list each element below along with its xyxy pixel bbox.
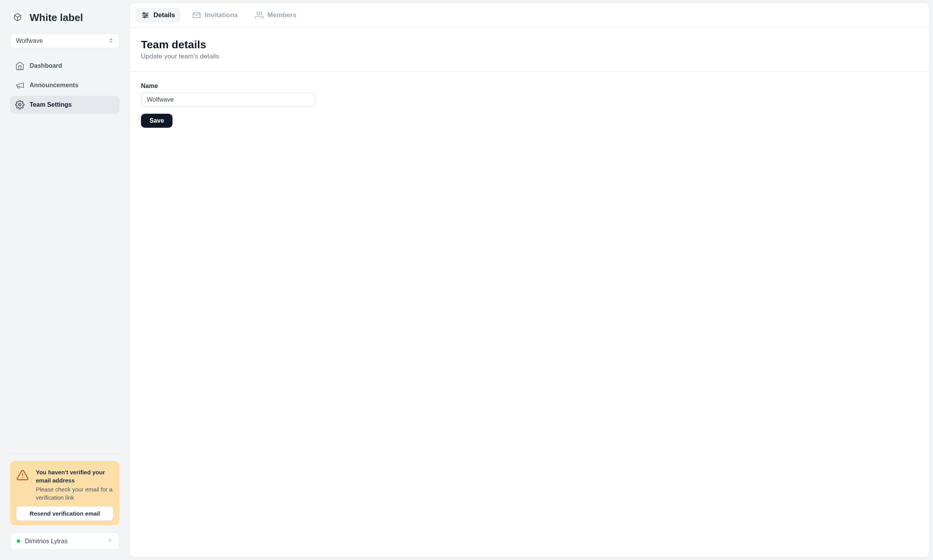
tab-bar: Details Invitations — [130, 3, 929, 28]
tab-details[interactable]: Details — [136, 8, 181, 23]
content-panel: Details Invitations — [130, 3, 929, 557]
tab-label: Members — [268, 11, 297, 19]
brand-title: White label — [30, 12, 83, 24]
svg-point-1 — [19, 104, 21, 106]
team-selector-label: Wolfwave — [16, 37, 43, 44]
team-name-input[interactable] — [141, 93, 315, 107]
brand-row: White label — [10, 10, 120, 25]
updown-chevron-icon — [108, 38, 114, 44]
sliders-icon — [141, 11, 150, 19]
svg-point-11 — [257, 12, 259, 15]
team-selector[interactable]: Wolfwave — [10, 33, 120, 48]
save-button[interactable]: Save — [141, 114, 173, 128]
tab-label: Details — [153, 11, 175, 19]
sidebar-item-team-settings[interactable]: Team Settings — [10, 96, 120, 114]
page-subtitle: Update your team's details — [141, 53, 918, 60]
name-label: Name — [141, 83, 918, 90]
sidebar-item-label: Announcements — [30, 82, 78, 89]
alert-heading: You haven't verified your email address — [36, 468, 113, 484]
tab-members[interactable]: Members — [250, 8, 302, 23]
alert-text: Please check your email for a verificati… — [36, 485, 113, 502]
megaphone-icon — [15, 80, 25, 90]
sidebar-item-label: Team Settings — [30, 101, 72, 108]
gear-icon — [15, 100, 25, 110]
sidebar-divider — [10, 454, 120, 454]
tab-label: Invitations — [205, 11, 238, 19]
warning-triangle-icon — [16, 469, 30, 482]
sidebar-item-label: Dashboard — [30, 62, 62, 69]
envelope-icon — [192, 11, 201, 19]
tab-invitations[interactable]: Invitations — [187, 8, 243, 23]
online-status-dot — [17, 539, 20, 543]
verify-email-alert: You haven't verified your email address … — [10, 461, 120, 525]
brand-logo — [10, 10, 25, 25]
svg-point-7 — [146, 14, 148, 16]
sidebar: White label Wolfwave Dashboard — [0, 0, 130, 560]
page-title: Team details — [141, 39, 918, 51]
home-icon — [15, 61, 25, 71]
sidebar-item-dashboard[interactable]: Dashboard — [10, 57, 120, 75]
svg-point-9 — [144, 16, 146, 18]
sidebar-nav: Dashboard Announcements — [10, 57, 120, 114]
users-icon — [255, 11, 264, 19]
sidebar-item-announcements[interactable]: Announcements — [10, 76, 120, 94]
user-name: Dimitrios Lytras — [25, 538, 102, 545]
svg-point-5 — [143, 12, 145, 14]
resend-verification-button[interactable]: Resend verification email — [16, 506, 113, 521]
main: Details Invitations — [130, 0, 933, 560]
cube-icon — [13, 13, 22, 23]
content: Team details Update your team's details … — [130, 28, 929, 139]
chevron-right-icon — [107, 537, 113, 545]
section-divider — [130, 71, 929, 72]
user-menu[interactable]: Dimitrios Lytras — [10, 532, 120, 550]
